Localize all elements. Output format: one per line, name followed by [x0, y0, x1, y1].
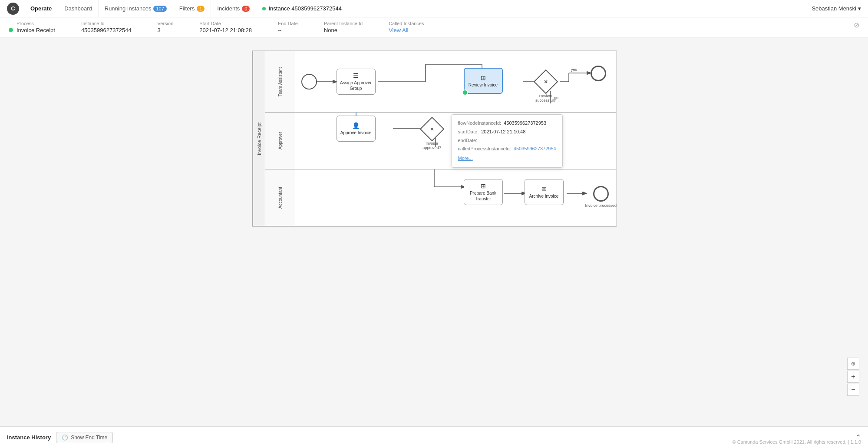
start-date-label: Start Date	[199, 21, 252, 26]
nav-dashboard[interactable]: Dashboard	[58, 0, 99, 17]
task-icon-prepare: ⊞	[481, 183, 486, 189]
parent-instance-info: Parent Instance Id None	[324, 21, 363, 33]
instance-id-value: 4503599627372544	[81, 27, 132, 33]
task-icon-review: ⊞	[481, 74, 486, 81]
review-gateway-shape: ×	[533, 70, 558, 94]
tooltip-flow-val: 4503599627372953	[504, 119, 546, 128]
archive-invoice-label: Archive Invoice	[529, 193, 559, 199]
instance-id-label: Instance Id	[81, 21, 132, 26]
process-value: Invoice Receipt	[17, 27, 55, 33]
assign-approver-label: Assign Approver Group	[339, 80, 373, 91]
running-instances-badge: 107	[153, 6, 166, 12]
pool-label: Invoice Receipt	[253, 51, 265, 226]
tooltip-flow-key: flowNodeInstanceId:	[458, 119, 502, 128]
settings-icon-area: ⊘	[854, 21, 859, 29]
process-group: Process Invoice Receipt	[9, 21, 55, 33]
lane-label-approver: Approver	[265, 113, 295, 169]
tooltip-review: flowNodeInstanceId: 4503599627372953 sta…	[452, 114, 563, 168]
end-event-final-shape	[593, 186, 609, 202]
zoom-reset-button[interactable]: ⊕	[847, 358, 859, 370]
review-invoice-task[interactable]: ⊞ Review Invoice	[464, 68, 503, 94]
assign-approver-task[interactable]: ☰ Assign Approver Group	[337, 69, 376, 95]
parent-value: None	[324, 27, 363, 33]
end-event-shape	[591, 66, 606, 81]
review-gateway[interactable]: × Reviewsuccessful?	[537, 73, 554, 90]
settings-icon[interactable]: ⊘	[854, 21, 859, 29]
bpmn-diagram[interactable]: Invoice Receipt Team Assistant	[252, 50, 617, 227]
tooltip-end-val: --	[480, 136, 483, 145]
task-icon-archive: ✉	[541, 186, 547, 192]
nav-incidents[interactable]: Incidents 0	[211, 0, 256, 17]
main-content: Invoice Receipt Team Assistant	[0, 37, 868, 429]
prepare-bank-label: Prepare Bank Transfer	[466, 190, 501, 202]
instance-id-info: Instance Id 4503599627372544	[81, 21, 132, 33]
nav-operate[interactable]: Operate	[24, 0, 58, 17]
approve-gateway-label: Invoiceapproved?	[422, 141, 441, 150]
lane-accountant: Accountant	[265, 169, 616, 226]
approve-gateway-shape: ×	[419, 117, 444, 142]
end-event-final-label: Invoice processed	[585, 203, 617, 208]
instance-status-dot	[262, 7, 266, 10]
lane-approver: Approver	[265, 113, 616, 169]
tooltip-end-key: endDate:	[458, 136, 478, 145]
review-gateway-label: Reviewsuccessful?	[535, 94, 556, 103]
incidents-badge: 0	[242, 6, 250, 12]
approve-invoice-task[interactable]: 👤 Approve Invoice	[337, 116, 376, 142]
end-date-info: End Date --	[278, 21, 298, 33]
process-status-dot	[9, 28, 13, 32]
tooltip-more-link[interactable]: More...	[458, 154, 473, 163]
end-event-review[interactable]	[591, 66, 606, 81]
end-date-value: --	[278, 27, 298, 33]
task-icon-approve: 👤	[352, 122, 360, 129]
lane3-arrows	[295, 169, 616, 226]
zoom-in-button[interactable]: +	[847, 371, 859, 383]
nav-user[interactable]: Sebastian Menski ▾	[812, 5, 861, 12]
chevron-down-icon: ▾	[858, 5, 861, 12]
start-date-info: Start Date 2021-07-12 21:08:28	[199, 21, 252, 33]
review-invoice-label: Review Invoice	[469, 82, 498, 88]
version-value: 3	[158, 27, 174, 33]
approve-gateway[interactable]: × Invoiceapproved?	[423, 120, 441, 138]
review-active-dot	[462, 90, 468, 96]
nav-running-instances[interactable]: Running Instances 107	[99, 0, 173, 17]
tooltip-called-key: calledProcessInstanceId:	[458, 145, 511, 153]
lane-team-assistant: Team Assistant	[265, 51, 616, 113]
zoom-controls: ⊕ + −	[847, 358, 859, 396]
start-event[interactable]	[301, 74, 317, 90]
filters-badge: 1	[197, 6, 205, 12]
lane-label-accountant: Accountant	[265, 169, 295, 226]
prepare-bank-task[interactable]: ⊞ Prepare Bank Transfer	[464, 179, 503, 205]
end-date-label: End Date	[278, 21, 298, 26]
parent-label: Parent Instance Id	[324, 21, 363, 26]
bottom-bar: Instance History 🕐 Show End Time ⌃	[0, 426, 868, 429]
svg-text:yes: yes	[571, 67, 578, 72]
tooltip-start-val: 2021-07-12 21:10:48	[481, 128, 525, 136]
task-icon-assign: ☰	[353, 72, 359, 79]
archive-invoice-task[interactable]: ✉ Archive Invoice	[525, 179, 564, 205]
top-nav: C Operate Dashboard Running Instances 10…	[0, 0, 868, 17]
called-value-link[interactable]: View All	[389, 27, 424, 33]
version-info: Version 3	[158, 21, 174, 33]
approve-invoice-label: Approve Invoice	[340, 130, 372, 136]
process-info: Process Invoice Receipt	[17, 21, 55, 33]
lane-content-team-assistant: yes no	[295, 51, 616, 112]
tooltip-called-link[interactable]: 4503599627372954	[514, 145, 556, 153]
lane-content-accountant: ⊞ Prepare Bank Transfer ✉ Archive Invoic…	[295, 169, 616, 226]
lane-label-team-assistant: Team Assistant	[265, 51, 295, 112]
tooltip-start-key: startDate:	[458, 128, 479, 136]
start-date-value: 2021-07-12 21:08:28	[199, 27, 252, 33]
nav-instance: Instance 4503599627372544	[256, 5, 347, 12]
end-event-final[interactable]: Invoice processed	[585, 186, 617, 208]
called-instances-info: Called Instances View All	[389, 21, 424, 33]
version-label: Version	[158, 21, 174, 26]
zoom-out-button[interactable]: −	[847, 384, 859, 396]
nav-filters[interactable]: Filters 1	[173, 0, 211, 17]
instance-info-bar: Process Invoice Receipt Instance Id 4503…	[0, 17, 868, 37]
called-label: Called Instances	[389, 21, 424, 26]
process-label: Process	[17, 21, 55, 26]
app-logo: C	[7, 3, 19, 15]
